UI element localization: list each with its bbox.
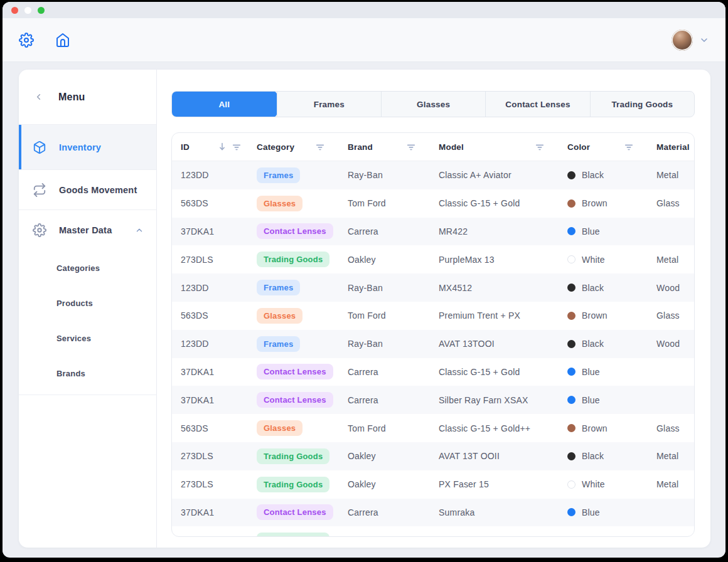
sidebar-subitem-services[interactable]: Services — [19, 321, 156, 356]
close-window-button[interactable] — [11, 7, 18, 14]
category-badge: Trading Goods — [257, 477, 329, 492]
settings-icon[interactable] — [19, 33, 34, 48]
gear-icon — [33, 223, 46, 237]
sidebar-subitem-products[interactable]: Products — [19, 285, 156, 321]
cell-id: 563DS — [172, 310, 257, 321]
cell-color: Black — [567, 339, 656, 349]
color-label: Brown — [582, 310, 608, 321]
cell-color: Brown — [567, 423, 656, 433]
subitem-label: Products — [56, 299, 93, 308]
sidebar-item-master-data[interactable]: Master Data — [19, 210, 156, 250]
tab-contact-lenses[interactable]: Contact Lenses — [485, 92, 589, 117]
color-dot — [567, 536, 575, 537]
sidebar-item-goods-movement[interactable]: Goods Movement — [19, 170, 156, 210]
category-tabs: AllFramesGlassesContact LensesTrading Go… — [171, 91, 695, 117]
table-row[interactable]: 37DKA1Contact LensesCarreraClassic G-15 … — [172, 358, 694, 386]
sidebar-item-label: Master Data — [59, 225, 112, 235]
cell-id: 123DD — [172, 339, 257, 349]
cell-id: 273DLS — [172, 479, 257, 489]
maximize-window-button[interactable] — [38, 7, 45, 14]
sidebar-subitem-brands[interactable]: Brands — [19, 356, 156, 391]
cell-brand: Carrera — [348, 507, 439, 517]
cube-icon — [33, 140, 46, 154]
cell-brand: Oakley — [348, 536, 439, 537]
column-header-id[interactable]: ID — [172, 142, 257, 152]
filter-icon[interactable] — [315, 142, 325, 152]
filter-icon[interactable] — [624, 142, 634, 152]
column-header-cat[interactable]: Category — [257, 142, 348, 152]
sidebar-subitem-categories[interactable]: Categories — [19, 250, 156, 285]
table-row[interactable]: 37DKA1Contact LensesCarreraSilber Ray Fa… — [172, 386, 694, 414]
color-label: Black — [582, 451, 604, 461]
sidebar-collapse[interactable]: Menu — [19, 70, 156, 125]
cell-category: Frames — [257, 280, 348, 295]
sidebar-item-inventory[interactable]: Inventory — [19, 125, 156, 170]
cell-brand: Ray-Ban — [348, 170, 439, 180]
cell-category: Trading Goods — [257, 252, 348, 267]
cell-category: Glasses — [257, 308, 348, 324]
column-header-model[interactable]: Model — [439, 142, 567, 152]
menu-title: Menu — [58, 92, 85, 103]
category-badge: Contact Lenses — [257, 223, 333, 239]
column-header-brand[interactable]: Brand — [348, 142, 439, 152]
filter-icon[interactable] — [232, 142, 242, 152]
cell-model: Classic G-15 + Gold++ — [439, 423, 567, 433]
avatar[interactable] — [672, 29, 693, 51]
column-header-color[interactable]: Color — [567, 142, 656, 152]
color-dot — [567, 199, 575, 208]
category-badge: Glasses — [257, 196, 302, 211]
cell-brand: Ray-Ban — [348, 283, 439, 293]
table-row[interactable]: 563DSGlassesTom FordClassic G-15 + Gold+… — [172, 414, 694, 442]
chevron-up-icon — [135, 226, 144, 235]
table-row[interactable]: 37DKA1Contact LensesCarreraSumrakaBlue — [172, 499, 694, 527]
color-dot — [567, 255, 575, 263]
filter-icon[interactable] — [406, 142, 416, 152]
cell-material: Metal — [656, 255, 695, 265]
table-row[interactable]: 123DDFramesRay-BanMX4512BlackWood — [172, 273, 694, 302]
page-background: Menu Inventory Goods Movement Master Dat… — [3, 62, 725, 557]
sidebar-item-label: Inventory — [59, 142, 101, 152]
content-card: Menu Inventory Goods Movement Master Dat… — [19, 70, 710, 548]
home-icon[interactable] — [55, 33, 70, 48]
table-row[interactable]: 273DLSTrading GoodsOakleyPX Faser 15Whit… — [172, 470, 694, 499]
table-row[interactable]: 37DKA1Contact LensesCarreraMR422Blue — [172, 218, 694, 246]
minimize-window-button[interactable] — [24, 7, 31, 14]
user-menu[interactable] — [672, 29, 709, 51]
sort-descending-icon[interactable] — [217, 142, 227, 152]
filter-icon[interactable] — [535, 142, 545, 152]
category-badge: Trading Goods — [257, 448, 329, 464]
cell-color: Blue — [567, 507, 656, 517]
repeat-icon — [33, 183, 46, 197]
cell-color: White — [567, 536, 656, 537]
table-row[interactable]: 123DDFramesRay-BanClassic A+ AviatorBlac… — [172, 161, 694, 189]
cell-material: Metal — [656, 479, 695, 489]
table-row[interactable]: 273DLSTrading GoodsOakleyPX Faser 15Whit… — [172, 526, 694, 537]
tab-frames[interactable]: Frames — [277, 92, 381, 117]
table-row[interactable]: 273DLSTrading GoodsOakleyPurpleMax 13Whi… — [172, 245, 694, 273]
cell-color: Blue — [567, 395, 656, 405]
cell-model: Classic G-15 + Gold — [439, 367, 567, 377]
cell-category: Frames — [257, 167, 348, 183]
cell-color: White — [567, 479, 656, 489]
color-label: White — [582, 255, 605, 265]
color-label: Blue — [582, 367, 600, 377]
column-label: Brand — [348, 142, 373, 152]
table-row[interactable]: 563DSGlassesTom FordPremium Trent + PXBr… — [172, 302, 694, 330]
cell-brand: Oakley — [348, 255, 439, 265]
tab-all[interactable]: All — [171, 91, 277, 117]
cell-model: PurpleMax 13 — [439, 255, 567, 265]
column-header-mat[interactable]: Material — [656, 142, 695, 152]
color-label: Black — [582, 339, 604, 349]
tab-trading-goods[interactable]: Trading Goods — [590, 92, 694, 117]
table-body: 123DDFramesRay-BanClassic A+ AviatorBlac… — [172, 161, 694, 537]
master-data-children: Categories Products Services Brands — [19, 250, 156, 395]
cell-id: 37DKA1 — [172, 507, 257, 517]
cell-material: Wood — [656, 283, 695, 293]
tab-glasses[interactable]: Glasses — [381, 92, 485, 117]
table-row[interactable]: 123DDFramesRay-BanAVAT 13TOOIBlackWood — [172, 330, 694, 358]
cell-id: 273DLS — [172, 451, 257, 461]
color-label: Black — [582, 283, 604, 293]
cell-category: Trading Goods — [257, 477, 348, 492]
table-row[interactable]: 563DSGlassesTom FordClassic G-15 + GoldB… — [172, 189, 694, 218]
table-row[interactable]: 273DLSTrading GoodsOakleyAVAT 13T OOIIBl… — [172, 442, 694, 470]
